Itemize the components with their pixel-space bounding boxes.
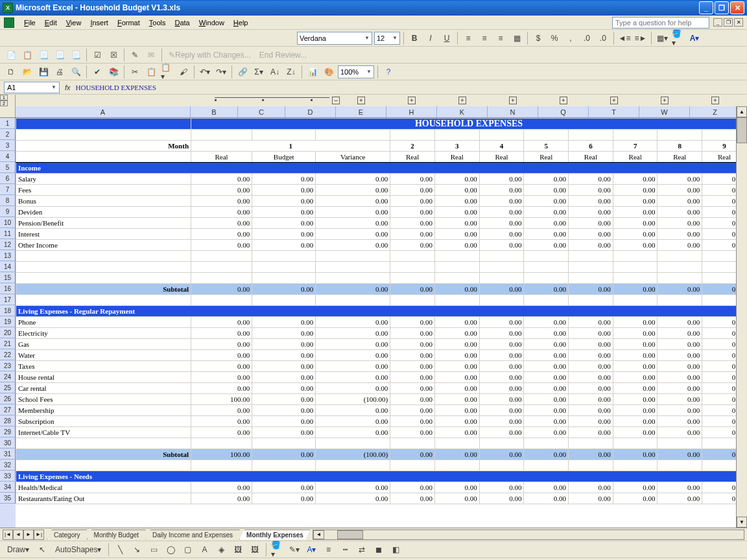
cell[interactable]: 0.00 <box>569 449 613 460</box>
cell[interactable]: 0.00 <box>191 405 252 416</box>
row-header-26[interactable]: 26 <box>0 393 16 404</box>
cell[interactable]: 0.00 <box>569 207 613 218</box>
cell[interactable] <box>390 262 435 273</box>
cell[interactable]: 0.00 <box>252 174 316 185</box>
cell[interactable]: 0.00 <box>252 350 316 361</box>
cell[interactable] <box>524 251 569 262</box>
cell[interactable]: Subscription <box>16 416 191 427</box>
cell[interactable]: Phone <box>16 317 191 328</box>
cell[interactable]: 0.00 <box>613 394 658 405</box>
menu-file[interactable]: File <box>19 18 40 28</box>
cell[interactable]: 0.00 <box>434 196 479 207</box>
cell[interactable]: 0.00 <box>191 240 252 251</box>
cell[interactable]: House rental <box>16 372 191 383</box>
cell[interactable]: 0.00 <box>479 482 524 493</box>
cell[interactable]: 0.00 <box>658 174 702 185</box>
cell[interactable]: 0.00 <box>524 416 569 427</box>
currency-button[interactable]: $ <box>531 31 545 45</box>
cell[interactable]: 0.00 <box>316 372 390 383</box>
row-header-9[interactable]: 9 <box>0 206 16 217</box>
cell[interactable] <box>434 295 479 306</box>
cell[interactable] <box>16 251 191 262</box>
cell[interactable]: 0.00 <box>524 372 569 383</box>
cell[interactable]: 0.00 <box>316 229 390 240</box>
cell[interactable]: 1 <box>191 141 390 152</box>
cell[interactable] <box>613 460 658 471</box>
cell[interactable]: 0.00 <box>613 383 658 394</box>
cell[interactable]: 0.00 <box>524 405 569 416</box>
cell[interactable]: 0.00 <box>479 383 524 394</box>
cell[interactable]: 0.00 <box>569 240 613 251</box>
cell[interactable]: 0.00 <box>569 196 613 207</box>
cell[interactable]: 0.00 <box>524 240 569 251</box>
cell[interactable] <box>16 273 191 284</box>
cell[interactable]: 0.00 <box>479 427 524 438</box>
cell[interactable]: 0.00 <box>434 328 479 339</box>
underline-button[interactable]: U <box>440 31 454 45</box>
cell[interactable]: 0.00 <box>316 405 390 416</box>
cell[interactable]: 0.00 <box>479 339 524 350</box>
cell[interactable]: 0.00 <box>390 328 435 339</box>
cell[interactable]: 0.00 <box>613 427 658 438</box>
cell[interactable] <box>16 119 191 130</box>
cell[interactable] <box>613 262 658 273</box>
cell[interactable] <box>479 460 524 471</box>
cell[interactable]: Real <box>191 152 252 163</box>
cell[interactable]: 3 <box>434 141 479 152</box>
spelling-button[interactable]: ✔ <box>90 65 104 79</box>
cell[interactable] <box>613 295 658 306</box>
row-header-30[interactable]: 30 <box>0 438 16 449</box>
cell[interactable]: 0.00 <box>191 174 252 185</box>
cell[interactable]: 0.00 <box>191 229 252 240</box>
line-color-button[interactable]: ✎▾ <box>287 542 302 557</box>
autoshapes-menu[interactable]: AutoShapes▾ <box>52 542 104 557</box>
cell[interactable] <box>434 460 479 471</box>
menu-edit[interactable]: Edit <box>40 18 62 28</box>
cell[interactable] <box>479 273 524 284</box>
cell[interactable] <box>658 251 702 262</box>
sheet-tab[interactable]: Monthly Budget <box>87 530 147 540</box>
row-header-6[interactable]: 6 <box>0 173 16 184</box>
row-header-28[interactable]: 28 <box>0 415 16 426</box>
cell[interactable]: 0.00 <box>479 196 524 207</box>
cell[interactable]: (100.00) <box>316 449 390 460</box>
cell[interactable] <box>613 438 658 449</box>
cell[interactable] <box>252 130 316 141</box>
vertical-scrollbar[interactable]: ▲ ▼ <box>736 106 747 528</box>
cell[interactable] <box>16 295 191 306</box>
decrease-indent-button[interactable]: ◄≡ <box>617 31 632 45</box>
percent-button[interactable]: % <box>547 31 562 45</box>
cell[interactable]: 0.00 <box>316 207 390 218</box>
row-header-34[interactable]: 34 <box>0 482 16 493</box>
cell[interactable] <box>191 295 252 306</box>
cell[interactable]: Membership <box>16 405 191 416</box>
cell[interactable]: 0.00 <box>390 482 435 493</box>
cell[interactable]: 0.00 <box>613 196 658 207</box>
cell[interactable]: 0.00 <box>390 427 435 438</box>
row-header-1[interactable]: 1 <box>0 118 16 129</box>
select-objects-button[interactable]: ↖ <box>35 542 49 557</box>
cell[interactable]: 0.00 <box>252 493 316 504</box>
mdi-close-button[interactable]: ✕ <box>734 18 743 27</box>
tab-last-button[interactable]: ►| <box>34 530 44 540</box>
cell[interactable]: 0.00 <box>524 229 569 240</box>
increase-decimal-button[interactable]: .0 <box>580 31 594 45</box>
zoom-combo[interactable]: 100%▼ <box>338 65 374 78</box>
row-header-33[interactable]: 33 <box>0 471 16 482</box>
cell[interactable]: 0.00 <box>479 361 524 372</box>
cell[interactable]: 0.00 <box>613 328 658 339</box>
cell[interactable]: (100.00) <box>316 394 390 405</box>
cell[interactable]: 0.00 <box>613 482 658 493</box>
rectangle-button[interactable]: ▭ <box>147 542 161 557</box>
cell[interactable] <box>569 295 613 306</box>
horizontal-scrollbar[interactable]: ◄ <box>313 530 744 540</box>
cell[interactable]: 0.00 <box>434 207 479 218</box>
cell[interactable]: 0.00 <box>658 361 702 372</box>
menu-window[interactable]: Window <box>195 18 229 28</box>
cell[interactable]: 0.00 <box>479 174 524 185</box>
row-header-32[interactable]: 32 <box>0 460 16 471</box>
row-header-8[interactable]: 8 <box>0 195 16 206</box>
hscroll-thumb[interactable] <box>337 530 363 539</box>
cell[interactable]: Health/Medical <box>16 482 191 493</box>
minimize-button[interactable]: _ <box>699 1 713 14</box>
